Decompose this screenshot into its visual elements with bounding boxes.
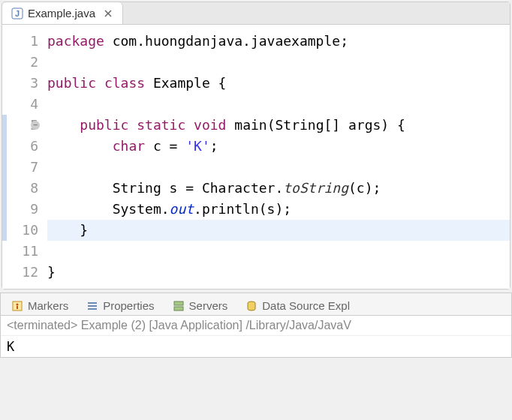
code-line[interactable]: package com.huongdanjava.javaexample; — [47, 31, 510, 52]
console-output: K — [1, 336, 511, 357]
change-marker — [2, 220, 7, 241]
servers-icon — [173, 300, 185, 312]
svg-rect-9 — [174, 307, 183, 310]
line-number: 4 — [2, 94, 38, 115]
java-file-icon: J — [11, 8, 23, 20]
line-number: 5− — [2, 115, 38, 136]
line-number-gutter: 12345−6789101112 — [2, 31, 47, 283]
line-number: 6 — [2, 136, 38, 157]
svg-rect-6 — [88, 305, 97, 307]
code-line[interactable]: public class Example { — [47, 73, 510, 94]
code-line[interactable] — [47, 241, 510, 262]
code-editor[interactable]: 12345−6789101112 package com.huongdanjav… — [2, 25, 510, 289]
panel-tab-label: Data Source Expl — [262, 299, 350, 312]
code-line[interactable] — [47, 157, 510, 178]
panel-tab-markers[interactable]: Markers — [4, 296, 76, 315]
svg-point-3 — [17, 303, 19, 305]
svg-rect-4 — [17, 306, 18, 309]
properties-icon — [86, 300, 98, 312]
code-line[interactable] — [47, 94, 510, 115]
change-marker — [2, 136, 7, 157]
line-number: 2 — [2, 52, 38, 73]
svg-rect-8 — [174, 302, 183, 305]
line-number: 8 — [2, 178, 38, 199]
code-line[interactable]: char c = 'K'; — [47, 136, 510, 157]
change-marker — [2, 157, 7, 178]
line-number: 3 — [2, 73, 38, 94]
change-marker — [2, 178, 7, 199]
line-number: 11 — [2, 241, 38, 262]
fold-icon[interactable]: − — [31, 121, 40, 130]
close-icon[interactable] — [103, 8, 113, 19]
panel-tab-label: Properties — [103, 299, 154, 312]
line-number: 12 — [2, 262, 38, 283]
bottom-panel: MarkersPropertiesServersData Source Expl… — [0, 292, 512, 358]
code-content[interactable]: package com.huongdanjava.javaexample;pub… — [47, 31, 510, 283]
svg-text:J: J — [15, 9, 20, 18]
code-line[interactable]: String s = Character.toString(c); — [47, 178, 510, 199]
tab-bar: J Example.java — [2, 2, 510, 25]
editor-area: J Example.java 12345−6789101112 package … — [2, 2, 510, 290]
markers-icon — [11, 300, 23, 312]
svg-rect-7 — [88, 308, 97, 310]
code-line[interactable]: } — [47, 262, 510, 283]
line-number: 7 — [2, 157, 38, 178]
svg-rect-5 — [88, 302, 97, 304]
line-number: 10 — [2, 220, 38, 241]
code-line[interactable]: } — [47, 220, 510, 241]
panel-tab-datasource[interactable]: Data Source Expl — [238, 296, 357, 315]
panel-tab-label: Servers — [189, 299, 228, 312]
code-line[interactable] — [47, 52, 510, 73]
panel-tab-properties[interactable]: Properties — [79, 296, 161, 315]
editor-tab[interactable]: J Example.java — [2, 2, 123, 24]
line-number: 1 — [2, 31, 38, 52]
code-line[interactable]: public static void main(String[] args) { — [47, 115, 510, 136]
panel-tab-label: Markers — [28, 299, 68, 312]
code-line[interactable]: System.out.println(s); — [47, 199, 510, 220]
console-status: <terminated> Example (2) [Java Applicati… — [1, 316, 511, 336]
change-marker — [2, 199, 7, 220]
line-number: 9 — [2, 199, 38, 220]
panel-tab-servers[interactable]: Servers — [165, 296, 236, 315]
datasource-icon — [245, 300, 258, 312]
change-marker — [2, 115, 7, 136]
tab-label: Example.java — [28, 7, 95, 20]
panel-tab-bar: MarkersPropertiesServersData Source Expl — [1, 293, 511, 316]
